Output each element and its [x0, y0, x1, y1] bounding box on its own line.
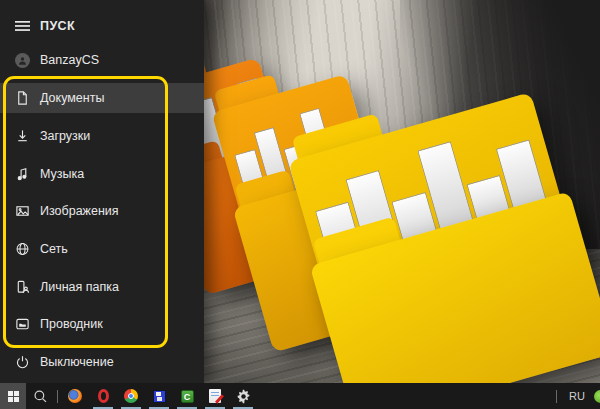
menu-item-label: Выключение [40, 355, 114, 369]
taskbar-app-chrome[interactable] [117, 383, 145, 409]
start-menu-header: ПУСК [0, 11, 204, 41]
start-menu-title: ПУСК [40, 19, 75, 33]
floppy-disk-app-icon [153, 390, 166, 403]
menu-item-downloads[interactable]: Загрузки [0, 121, 204, 151]
photo-editor-icon [209, 389, 221, 403]
camtasia-icon: C [181, 390, 194, 403]
tray-separator [556, 390, 557, 403]
taskbar-app-floppy[interactable] [145, 383, 173, 409]
menu-item-documents[interactable]: Документы [0, 83, 204, 113]
taskbar: C RU [0, 383, 600, 409]
taskbar-search-button[interactable] [26, 383, 54, 409]
menu-item-pictures[interactable]: Изображения [0, 196, 204, 226]
menu-item-explorer[interactable]: Проводник [0, 309, 204, 339]
power-icon [13, 354, 31, 370]
pictures-icon [13, 203, 31, 219]
personal-folder-icon [13, 279, 31, 295]
menu-item-label: Сеть [40, 242, 68, 256]
settings-gear-icon [236, 389, 251, 404]
windows-logo-icon [8, 391, 19, 402]
taskbar-app-firefox[interactable] [61, 383, 89, 409]
start-menu-panel: ПУСК BanzayCS Документы Загрузки Музыка … [0, 0, 204, 383]
user-avatar-icon [13, 53, 31, 68]
menu-item-user[interactable]: BanzayCS [0, 45, 204, 75]
download-icon [13, 128, 31, 144]
menu-item-label: Личная папка [40, 280, 119, 294]
taskbar-app-settings[interactable] [229, 383, 257, 409]
document-icon [13, 90, 31, 106]
taskbar-app-camtasia[interactable]: C [173, 383, 201, 409]
system-tray: RU [553, 383, 600, 409]
opera-icon [98, 389, 109, 403]
menu-item-music[interactable]: Музыка [0, 159, 204, 189]
user-name: BanzayCS [40, 53, 99, 67]
file-explorer-icon [13, 316, 31, 332]
menu-item-label: Загрузки [40, 129, 90, 143]
taskbar-separator [57, 390, 58, 403]
taskbar-app-photo-editor[interactable] [201, 383, 229, 409]
network-globe-icon [13, 241, 31, 257]
search-icon [33, 389, 48, 404]
hamburger-icon[interactable] [13, 20, 31, 32]
menu-item-label: Музыка [40, 167, 84, 181]
taskbar-app-opera[interactable] [89, 383, 117, 409]
start-button[interactable] [0, 383, 26, 409]
firefox-icon [68, 389, 82, 403]
menu-item-label: Проводник [40, 317, 103, 331]
menu-item-network[interactable]: Сеть [0, 234, 204, 264]
menu-item-label: Документы [40, 91, 104, 105]
green-tray-icon[interactable] [594, 390, 600, 403]
menu-item-power[interactable]: Выключение [0, 347, 204, 377]
menu-item-personal-folder[interactable]: Личная папка [0, 272, 204, 302]
menu-item-label: Изображения [40, 204, 119, 218]
chrome-icon [124, 389, 138, 403]
music-note-icon [13, 166, 31, 182]
language-indicator[interactable]: RU [560, 390, 594, 402]
